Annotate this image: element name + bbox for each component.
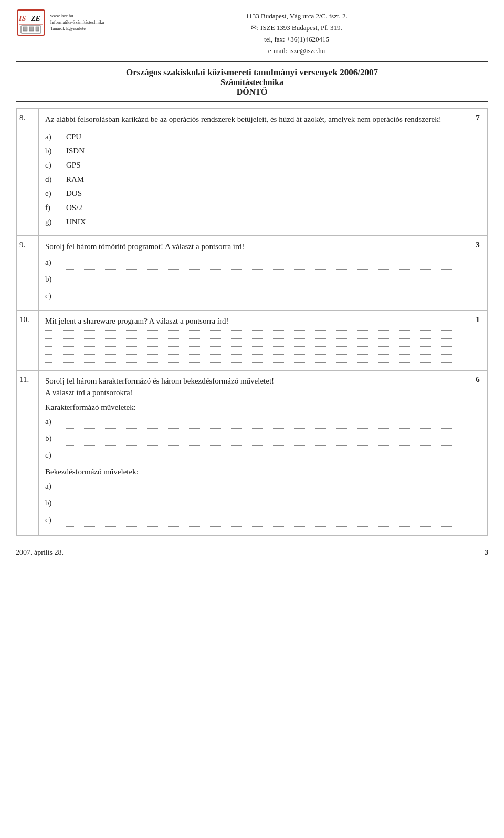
question-10-body: Mit jelent a shareware program? A válasz… (39, 311, 468, 370)
answer-value-f: OS/2 (66, 201, 82, 215)
logo-org-line2: Tanárok Egyesülete (50, 26, 104, 32)
footer-page: 3 (485, 549, 488, 557)
blank-line-3 (45, 346, 461, 347)
answer-9-dotline-b (66, 277, 461, 286)
question-9-text: Sorolj fel három tömörítő programot! A v… (45, 241, 461, 253)
section-label-bekezdes: Bekezdésformázó műveletek: (45, 468, 461, 477)
bekezdes-dotline-c (66, 518, 461, 527)
question-9-row: 9. Sorolj fel három tömörítő programot! … (16, 236, 488, 311)
question-9-number: 9. (17, 236, 39, 311)
list-item: g) UNIX (45, 215, 461, 229)
svg-rect-5 (23, 27, 27, 31)
answer-letter-g: g) (45, 215, 66, 229)
question-10-number: 10. (17, 311, 39, 370)
question-11-body: Sorolj fel három karakterformázó és háro… (39, 371, 468, 535)
question-11-score: 6 (468, 371, 487, 535)
question-8-number: 8. (17, 109, 39, 235)
svg-rect-7 (36, 27, 39, 31)
blank-line-4 (45, 354, 461, 355)
logo-text-block: www.isze.hu Informatika-Számítástechnika… (50, 13, 104, 32)
answer-9-letter-a: a) (45, 255, 66, 270)
answer-letter-d: d) (45, 172, 66, 187)
question-8-text: Az alábbi felsorolásban karikázd be az o… (45, 113, 461, 126)
bekezdes-line-c: c) (45, 513, 461, 527)
title-line1: Országos szakiskolai közismereti tanulmá… (16, 67, 488, 78)
title-line2: Számítástechnika (16, 78, 488, 87)
answer-value-c: GPS (66, 158, 81, 172)
address-line2: ✉: ISZE 1393 Budapest, Pf. 319. (105, 22, 488, 34)
karakter-letter-c: c) (45, 448, 66, 462)
karakter-line-c: c) (45, 448, 461, 462)
blank-line-5 (45, 362, 461, 363)
list-item: b) ISDN (45, 144, 461, 158)
answer-letter-a: a) (45, 130, 66, 144)
answer-9-dotline-a (66, 260, 461, 270)
question-8-body: Az alábbi felsorolásban karikázd be az o… (39, 109, 468, 235)
question-8-score: 7 (468, 109, 487, 235)
contact-area: 1133 Budapest, Vág utca 2/C. fszt. 2. ✉:… (105, 9, 488, 57)
title-block: Országos szakiskolai közismereti tanulmá… (16, 67, 488, 102)
question-11-number: 11. (17, 371, 39, 535)
karakter-dotline-a (66, 419, 461, 429)
answer-value-g: UNIX (66, 215, 86, 229)
list-item: f) OS/2 (45, 201, 461, 215)
logo-www: www.isze.hu (50, 13, 104, 19)
section-label-karakter: Karakterformázó műveletek: (45, 403, 461, 412)
question-11-text: Sorolj fel három karakterformázó és háro… (45, 375, 461, 399)
svg-text:ZE: ZE (30, 15, 40, 23)
bekezdes-letter-a: a) (45, 479, 66, 493)
karakter-letter-b: b) (45, 431, 66, 446)
answer-line-c: c) (45, 289, 461, 303)
question-8-answers: a) CPU b) ISDN c) GPS d) RAM (45, 130, 461, 229)
list-item: c) GPS (45, 158, 461, 172)
answer-value-d: RAM (66, 172, 84, 187)
question-11-row: 11. Sorolj fel három karakterformázó és … (16, 370, 488, 536)
answer-letter-b: b) (45, 144, 66, 158)
bekezdes-letter-c: c) (45, 513, 66, 527)
answer-line-a: a) (45, 255, 461, 270)
isze-logo-icon: IS ZE (17, 9, 45, 36)
blank-line-1 (45, 330, 461, 331)
question-8-row: 8. Az alábbi felsorolásban karikázd be a… (16, 109, 488, 236)
list-item: d) RAM (45, 172, 461, 187)
page-header: IS ZE www.isze.hu Informatika-Számításte… (16, 9, 488, 62)
answer-9-letter-b: b) (45, 272, 66, 286)
bekezdes-line-a: a) (45, 479, 461, 493)
karakter-letter-a: a) (45, 415, 66, 429)
bekezdes-letter-b: b) (45, 496, 66, 510)
answer-line-b: b) (45, 272, 461, 286)
svg-rect-6 (29, 27, 34, 31)
karakter-line-b: b) (45, 431, 461, 446)
karakter-line-a: a) (45, 415, 461, 429)
bekezdes-dotline-a (66, 484, 461, 493)
karakter-dotline-c (66, 453, 461, 462)
list-item: a) CPU (45, 130, 461, 144)
answer-value-a: CPU (66, 130, 81, 144)
question-9-body: Sorolj fel három tömörítő programot! A v… (39, 236, 468, 311)
svg-text:IS: IS (18, 15, 26, 23)
answer-letter-e: e) (45, 187, 66, 201)
answer-value-b: ISDN (66, 144, 85, 158)
question-10-score: 1 (468, 311, 487, 370)
address-line3: tel, fax: +36(1)4620415 (105, 34, 488, 45)
footer-date: 2007. április 28. (16, 549, 64, 557)
answer-value-e: DOS (66, 187, 82, 201)
logo-area: IS ZE www.isze.hu Informatika-Számításte… (16, 9, 105, 37)
page-footer: 2007. április 28. 3 (16, 546, 488, 557)
answer-9-dotline-c (66, 294, 461, 303)
answer-letter-c: c) (45, 158, 66, 172)
questions-container: 8. Az alábbi felsorolásban karikázd be a… (16, 108, 488, 536)
address-line1: 1133 Budapest, Vág utca 2/C. fszt. 2. (105, 11, 488, 22)
answer-letter-f: f) (45, 201, 66, 215)
answer-9-letter-c: c) (45, 289, 66, 303)
question-10-text: Mit jelent a shareware program? A válasz… (45, 315, 461, 327)
question-9-score: 3 (468, 236, 487, 311)
bekezdes-dotline-b (66, 501, 461, 510)
logo-org-line1: Informatika-Számítástechnika (50, 19, 104, 26)
address-line4: e-mail: isze@isze.hu (105, 45, 488, 57)
page: IS ZE www.isze.hu Informatika-Számításte… (0, 0, 504, 838)
blank-line-2 (45, 338, 461, 339)
list-item: e) DOS (45, 187, 461, 201)
svg-rect-0 (17, 10, 45, 35)
question-10-row: 10. Mit jelent a shareware program? A vá… (16, 311, 488, 370)
